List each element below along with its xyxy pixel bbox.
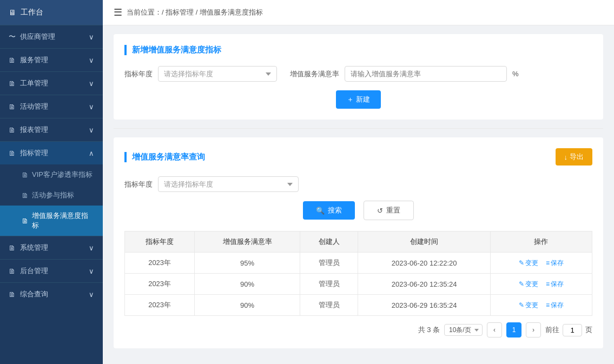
- page-goto: 前往 页: [545, 324, 592, 336]
- sidebar-section-system: 🗎 系统管理 ∨: [0, 236, 103, 259]
- sidebar-section-query: 🗎 综合查询 ∨: [0, 282, 103, 306]
- save-button-0[interactable]: ≡ 保存: [545, 259, 565, 268]
- supplier-icon: 〜: [9, 32, 16, 42]
- indicator-doc-icon: 🗎: [9, 149, 16, 157]
- search-year-group: 指标年度 请选择指标年度: [124, 176, 299, 192]
- sidebar-item-workorder[interactable]: 🗎 工单管理 ∨: [0, 72, 103, 95]
- create-icon: ＋: [347, 95, 354, 104]
- sidebar-item-system[interactable]: 🗎 系统管理 ∨: [0, 236, 103, 259]
- vip-doc-icon: 🗎: [22, 171, 29, 179]
- cell-creator: 管理员: [300, 253, 358, 274]
- sidebar-item-supplier[interactable]: 〜 供应商管理 ∨: [0, 25, 103, 48]
- create-button[interactable]: ＋ 新建: [336, 90, 381, 109]
- query-section-card: 增值服务满意率查询 ↓ 导出 指标年度 请选择指标年度 🔍 搜索: [114, 137, 603, 348]
- col-action: 操作: [490, 231, 592, 253]
- col-rate: 增值服务满意率: [195, 231, 300, 253]
- sidebar-section-service: 🗎 服务管理 ∨: [0, 48, 103, 71]
- export-button[interactable]: ↓ 导出: [556, 148, 593, 166]
- page-1-button[interactable]: 1: [506, 322, 521, 337]
- search-year-label: 指标年度: [124, 180, 153, 189]
- sidebar: 🖥 工作台 〜 供应商管理 ∨ 🗎 服务管理 ∨ 🗎 工单管理: [0, 0, 103, 364]
- table-row: 2023年 90% 管理员 2023-06-29 16:35:24 ✎ 变更 ≡…: [125, 295, 592, 316]
- cell-action: ✎ 变更 ≡ 保存: [490, 295, 592, 316]
- report-doc-icon: 🗎: [9, 126, 16, 134]
- sidebar-item-query[interactable]: 🗎 综合查询 ∨: [0, 283, 103, 306]
- backend-doc-icon: 🗎: [9, 267, 16, 275]
- year-label: 指标年度: [124, 69, 153, 79]
- page-size-select[interactable]: 10条/页 20条/页 50条/页: [444, 324, 483, 336]
- vas-doc-icon: 🗎: [22, 217, 29, 225]
- page-goto-input[interactable]: [563, 324, 582, 336]
- chevron-icon: ∨: [89, 267, 94, 275]
- sidebar-item-report[interactable]: 🗎 报表管理 ∨: [0, 118, 103, 141]
- menu-icon: ☰: [114, 6, 122, 18]
- save-button-1[interactable]: ≡ 保存: [545, 280, 565, 289]
- change-button-1[interactable]: ✎ 变更: [518, 280, 539, 289]
- chevron-icon: ∨: [89, 244, 94, 252]
- sidebar-item-workbench[interactable]: 🖥 工作台: [0, 0, 103, 25]
- sidebar-item-vip[interactable]: 🗎 VIP客户渗透率指标: [0, 164, 103, 185]
- save-icon: ≡: [546, 280, 550, 288]
- cell-action: ✎ 变更 ≡ 保存: [490, 253, 592, 274]
- sidebar-label: 工单管理: [20, 78, 48, 88]
- sidebar-item-vas[interactable]: 🗎 增值服务满意度指标: [0, 206, 103, 236]
- change-button-0[interactable]: ✎ 变更: [518, 259, 539, 268]
- chevron-icon: ∨: [89, 33, 94, 41]
- search-year-select[interactable]: 请选择指标年度: [158, 176, 299, 192]
- system-doc-icon: 🗎: [9, 244, 16, 252]
- table-row: 2023年 95% 管理员 2023-06-20 12:22:20 ✎ 变更 ≡…: [125, 253, 592, 274]
- sidebar-label: 系统管理: [20, 243, 48, 253]
- create-label: 新建: [356, 95, 370, 104]
- prev-page-button[interactable]: ‹: [487, 322, 502, 337]
- query-doc-icon: 🗎: [9, 290, 16, 299]
- rate-group: 增值服务满意率 %: [290, 66, 519, 82]
- rate-label: 增值服务满意率: [290, 69, 339, 79]
- chevron-icon: ∨: [89, 126, 94, 134]
- sidebar-item-service[interactable]: 🗎 服务管理 ∨: [0, 49, 103, 71]
- cell-year: 2023年: [125, 295, 195, 316]
- sidebar-label: 活动管理: [20, 102, 48, 111]
- cell-year: 2023年: [125, 253, 195, 274]
- chevron-icon: ∨: [89, 80, 94, 88]
- save-icon: ≡: [546, 259, 550, 267]
- sidebar-item-activity[interactable]: 🗎 活动管理 ∨: [0, 95, 103, 118]
- workorder-doc-icon: 🗎: [9, 80, 16, 88]
- save-button-2[interactable]: ≡ 保存: [545, 301, 565, 310]
- sidebar-section-indicator: 🗎 指标管理 ∧ 🗎 VIP客户渗透率指标 🗎 活动参与指标 🗎 增值服务满意度…: [0, 141, 103, 236]
- activity-doc-icon: 🗎: [9, 103, 16, 111]
- sidebar-section-backend: 🗎 后台管理 ∨: [0, 259, 103, 282]
- sidebar-item-indicator[interactable]: 🗎 指标管理 ∧: [0, 142, 103, 164]
- reset-icon: ↺: [377, 207, 383, 215]
- change-button-2[interactable]: ✎ 变更: [518, 301, 539, 310]
- sidebar-item-activity-ind[interactable]: 🗎 活动参与指标: [0, 185, 103, 206]
- percent-unit: %: [512, 70, 519, 78]
- cell-rate: 90%: [195, 274, 300, 295]
- cell-created-at: 2023-06-20 12:22:20: [358, 253, 491, 274]
- rate-input[interactable]: [345, 66, 507, 82]
- col-creator: 创建人: [300, 231, 358, 253]
- search-form-row: 指标年度 请选择指标年度: [124, 176, 592, 192]
- export-label: 导出: [570, 152, 584, 162]
- cell-created-at: 2023-06-20 12:35:24: [358, 274, 491, 295]
- cell-year: 2023年: [125, 274, 195, 295]
- sidebar-item-backend[interactable]: 🗎 后台管理 ∨: [0, 260, 103, 282]
- cell-created-at: 2023-06-29 16:35:24: [358, 295, 491, 316]
- service-doc-icon: 🗎: [9, 56, 16, 64]
- reset-label: 重置: [386, 206, 400, 215]
- activity-ind-doc-icon: 🗎: [22, 191, 29, 200]
- add-form-row: 指标年度 请选择指标年度 增值服务满意率 %: [124, 66, 592, 82]
- col-created-at: 创建时间: [358, 231, 491, 253]
- year-select[interactable]: 请选择指标年度: [158, 66, 277, 82]
- sidebar-child-label: 活动参与指标: [32, 190, 74, 200]
- sidebar-section-workorder: 🗎 工单管理 ∨: [0, 71, 103, 95]
- next-page-button[interactable]: ›: [526, 322, 541, 337]
- sidebar-item-label: 工作台: [21, 8, 43, 17]
- reset-button[interactable]: ↺ 重置: [364, 201, 414, 220]
- search-btn-row: 🔍 搜索 ↺ 重置: [124, 201, 592, 220]
- cell-rate: 90%: [195, 295, 300, 316]
- search-button[interactable]: 🔍 搜索: [303, 201, 355, 220]
- breadcrumb-bar: ☰ 当前位置：/ 指标管理 / 增值服务满意度指标: [103, 0, 614, 25]
- workbench-icon: 🖥: [9, 8, 16, 17]
- sidebar-child-label: 增值服务满意度指标: [32, 211, 94, 230]
- year-group: 指标年度 请选择指标年度: [124, 66, 277, 82]
